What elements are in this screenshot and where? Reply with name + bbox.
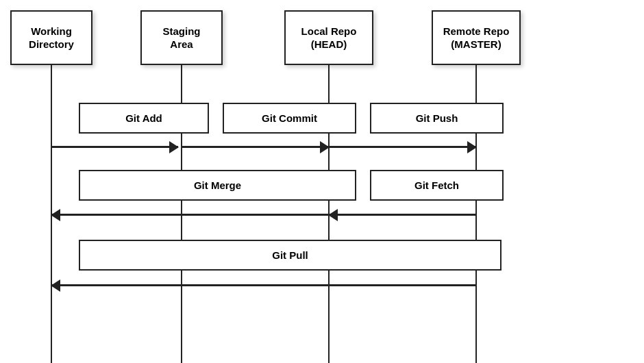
git-pull-label: Git Pull	[272, 249, 308, 261]
git-add-label: Git Add	[125, 112, 162, 124]
arrow-push	[329, 146, 476, 148]
arrow-add	[51, 146, 178, 148]
git-merge-box: Git Merge	[79, 170, 356, 201]
staging-area-label: StagingArea	[163, 25, 201, 51]
header-remote-repo: Remote Repo(MASTER)	[432, 10, 521, 65]
local-repo-label: Local Repo(HEAD)	[301, 25, 357, 51]
git-add-box: Git Add	[79, 103, 209, 134]
git-commit-label: Git Commit	[262, 112, 317, 124]
header-working-directory: Working Directory	[10, 10, 92, 65]
working-directory-label: Working Directory	[29, 25, 74, 51]
git-push-box: Git Push	[370, 103, 504, 134]
header-local-repo: Local Repo(HEAD)	[284, 10, 373, 65]
git-fetch-label: Git Fetch	[414, 179, 459, 191]
remote-repo-label: Remote Repo(MASTER)	[443, 25, 510, 51]
header-staging-area: StagingArea	[140, 10, 223, 65]
git-merge-label: Git Merge	[194, 179, 241, 191]
arrow-commit	[182, 146, 329, 148]
git-pull-box: Git Pull	[79, 240, 501, 271]
git-fetch-box: Git Fetch	[370, 170, 504, 201]
arrow-fetch	[329, 214, 476, 216]
arrow-merge	[51, 214, 329, 216]
diagram: Working Directory StagingArea Local Repo…	[0, 0, 644, 363]
git-push-label: Git Push	[416, 112, 458, 124]
git-commit-box: Git Commit	[223, 103, 356, 134]
arrow-pull	[51, 284, 476, 286]
